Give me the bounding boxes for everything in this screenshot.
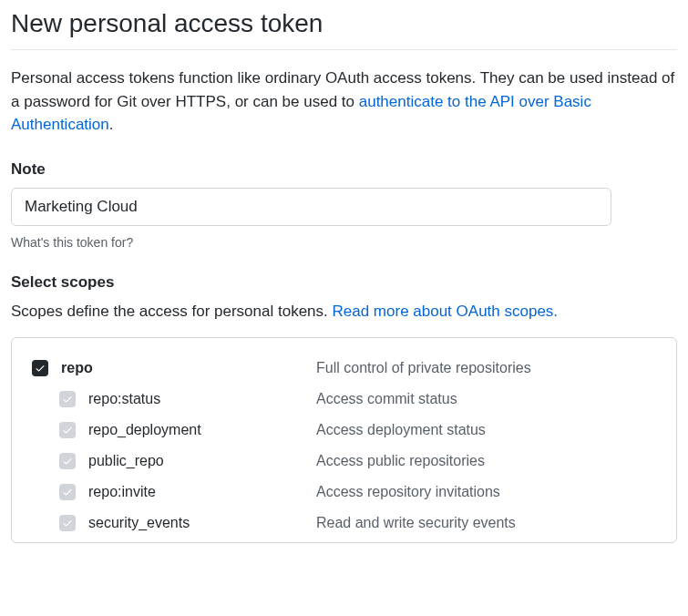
checkbox-repo-status (59, 391, 76, 407)
scope-desc: Access public repositories (316, 453, 485, 469)
scope-check-col (12, 484, 88, 500)
scope-desc: Read and write security events (316, 515, 516, 531)
scope-name: public_repo (88, 453, 316, 469)
scope-check-col (12, 453, 88, 469)
scope-desc: Access commit status (316, 391, 457, 407)
scope-name: security_events (88, 515, 316, 531)
scope-row-repo-status: repo:status Access commit status (12, 384, 676, 415)
checkbox-repo-invite (59, 484, 76, 500)
scope-check-col (12, 422, 88, 438)
scopes-description: Scopes define the access for personal to… (11, 303, 677, 321)
check-icon (62, 487, 73, 498)
page-title: New personal access token (11, 9, 677, 50)
scopes-desc-text: Scopes define the access for personal to… (11, 303, 332, 320)
scope-desc-repo: Full control of private repositories (316, 360, 531, 376)
scope-name: repo_deployment (88, 422, 316, 438)
check-icon (62, 518, 73, 529)
scope-check-col (12, 391, 88, 407)
scope-group-repo: repo Full control of private repositorie… (12, 353, 676, 384)
scope-row-security-events: security_events Read and write security … (12, 508, 676, 539)
scope-row-repo-deployment: repo_deployment Access deployment status (12, 415, 676, 446)
check-icon (62, 425, 73, 436)
page-description: Personal access tokens function like ord… (11, 67, 677, 137)
check-icon (62, 456, 73, 467)
checkbox-security-events (59, 515, 76, 531)
check-icon (62, 394, 73, 405)
scope-desc: Access repository invitations (316, 484, 500, 500)
scope-check-col (12, 515, 88, 531)
note-label: Note (11, 160, 677, 179)
description-text-after: . (109, 116, 114, 133)
scope-row-public-repo: public_repo Access public repositories (12, 446, 676, 477)
checkbox-repo-deployment (59, 422, 76, 438)
checkbox-repo[interactable] (32, 360, 48, 376)
checkbox-public-repo (59, 453, 76, 469)
scope-row-repo-invite: repo:invite Access repository invitation… (12, 477, 676, 508)
scope-name: repo:invite (88, 484, 316, 500)
scopes-box: repo Full control of private repositorie… (11, 337, 677, 543)
scope-name: repo:status (88, 391, 316, 407)
check-icon (35, 363, 46, 374)
note-input[interactable] (11, 188, 611, 226)
note-hint: What's this token for? (11, 235, 677, 250)
scope-check-col (12, 360, 61, 376)
scopes-label: Select scopes (11, 273, 677, 292)
scope-desc: Access deployment status (316, 422, 486, 438)
scope-name-repo: repo (61, 360, 316, 376)
oauth-scopes-link[interactable]: Read more about OAuth scopes. (332, 303, 558, 320)
